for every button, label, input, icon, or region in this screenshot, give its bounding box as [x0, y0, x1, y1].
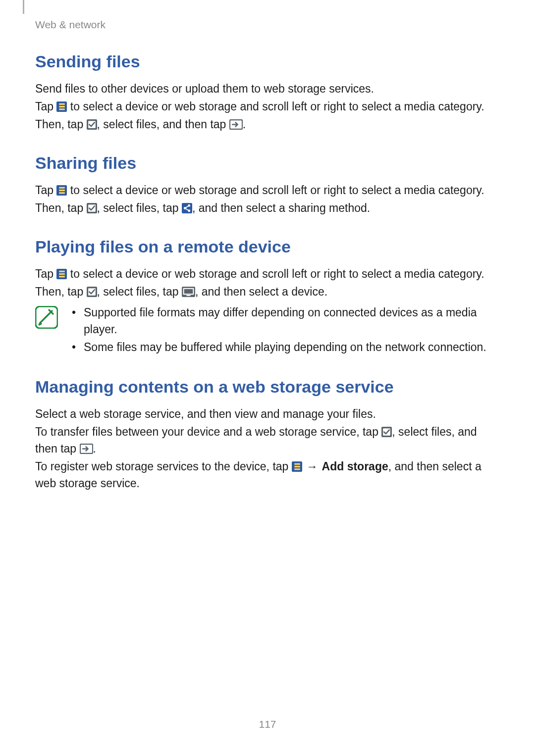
heading-managing-storage: Managing contents on a web storage servi… — [35, 377, 500, 397]
note-item: Supported file formats may differ depend… — [84, 304, 500, 338]
body-text: Then, tap , select files, tap , and then… — [35, 200, 500, 216]
breadcrumb: Web & network — [35, 19, 106, 31]
body-text: To register web storage services to the … — [35, 458, 500, 492]
list-icon — [56, 269, 67, 279]
arrow-glyph: → — [302, 460, 322, 473]
checkbox-icon — [381, 427, 392, 437]
body-text: Then, tap , select files, and then tap . — [35, 116, 500, 133]
cast-screen-icon — [182, 287, 195, 297]
list-icon — [56, 185, 67, 196]
body-text: Then, tap , select files, tap , and then… — [35, 283, 500, 300]
send-arrow-icon — [80, 444, 93, 454]
bold-text: Add storage — [322, 460, 388, 473]
send-arrow-icon — [229, 119, 243, 130]
note-block: Supported file formats may differ depend… — [35, 304, 500, 356]
section-sharing-files: Sharing files Tap to select a device or … — [35, 153, 500, 216]
list-icon — [292, 461, 302, 472]
note-icon — [35, 306, 58, 329]
section-sending-files: Sending files Send files to other device… — [35, 52, 500, 133]
page-number: 117 — [0, 718, 535, 730]
heading-playing-remote: Playing files on a remote device — [35, 237, 500, 256]
body-text: Select a web storage service, and then v… — [35, 405, 500, 422]
list-icon — [56, 101, 67, 112]
checkbox-icon — [87, 119, 97, 130]
body-text: Tap to select a device or web storage an… — [35, 182, 500, 199]
page-tab-mark — [23, 0, 24, 14]
heading-sending-files: Sending files — [35, 52, 500, 71]
body-text: Tap to select a device or web storage an… — [35, 265, 500, 282]
checkbox-icon — [87, 203, 97, 213]
section-managing-storage: Managing contents on a web storage servi… — [35, 377, 500, 492]
heading-sharing-files: Sharing files — [35, 153, 500, 173]
page: Web & network Sending files Send files t… — [0, 0, 535, 756]
content: Sending files Send files to other device… — [35, 52, 500, 493]
note-list: Supported file formats may differ depend… — [69, 304, 500, 356]
note-item: Some files may be buffered while playing… — [84, 339, 500, 355]
share-icon — [182, 203, 192, 213]
body-text: To transfer files between your device an… — [35, 423, 500, 457]
section-playing-remote: Playing files on a remote device Tap to … — [35, 237, 500, 356]
body-text: Tap to select a device or web storage an… — [35, 98, 500, 115]
body-text: Send files to other devices or upload th… — [35, 80, 500, 97]
checkbox-icon — [87, 287, 97, 297]
